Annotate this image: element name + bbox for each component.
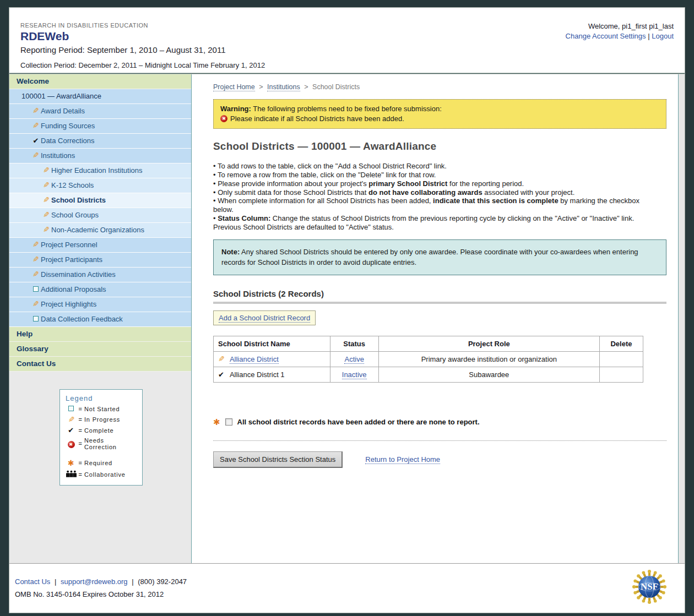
records-heading: School Districts (2 Records) <box>213 289 667 298</box>
sidebar-item-dissemination-activities[interactable]: ✎Dissemination Activities <box>9 268 191 282</box>
required-icon: ✱ <box>213 418 220 426</box>
instruction-item: Please provide information about your pr… <box>213 179 659 188</box>
breadcrumb-project-home[interactable]: Project Home <box>213 83 255 91</box>
col-delete: Delete <box>600 336 643 351</box>
sidebar-item-help[interactable]: Help <box>9 327 191 342</box>
pencil-icon: ✎ <box>31 104 41 118</box>
sidebar-item-project-personnel[interactable]: ✎Project Personnel <box>9 238 191 253</box>
sidebar-item-non-academic-organizations[interactable]: ✎Non-Academic Organizations <box>9 223 191 238</box>
note-label: Note: <box>221 248 240 256</box>
sidebar-item-contact-us[interactable]: Contact Us <box>9 357 191 372</box>
sidebar-item-higher-education-institutions[interactable]: ✎Higher Education Institutions <box>9 163 191 178</box>
legend-item-needs-correction: ✖ = Needs Correction <box>66 437 138 450</box>
status-link[interactable]: Active <box>344 355 364 364</box>
sidebar-item-welcome[interactable]: Welcome <box>9 74 191 89</box>
note-text: Any shared School Districts should be en… <box>221 248 638 267</box>
footer-email-link[interactable]: support@rdeweb.org <box>61 577 128 586</box>
all-records-added-checkbox[interactable] <box>225 418 232 426</box>
sidebar-item-award[interactable]: 100001 — AwardAlliance <box>9 89 191 104</box>
sidebar-item-k12-schools[interactable]: ✎K-12 Schools <box>9 178 191 193</box>
legend-item-in-progress: ✎ = In Progress <box>66 416 138 423</box>
sidebar-item-institutions[interactable]: ✎Institutions <box>9 149 191 163</box>
col-project-role: Project Role <box>378 336 599 351</box>
check-icon: ✔ <box>31 134 41 148</box>
district-name-text: Alliance District 1 <box>230 370 285 379</box>
welcome-user: Welcome, pi1_first pi1_last <box>566 22 674 30</box>
confirm-row: ✱ All school district records have been … <box>213 418 667 426</box>
page-title: School Districts — 100001 — AwardAllianc… <box>213 140 667 152</box>
instruction-item: To remove a row from the table, click on… <box>213 171 659 179</box>
pencil-icon: ✎ <box>31 253 41 267</box>
sidebar-item-funding-sources[interactable]: ✎Funding Sources <box>9 119 191 134</box>
sidebar-item-glossary[interactable]: Glossary <box>9 342 191 357</box>
instruction-item: Status Column: Change the status of Scho… <box>213 214 659 232</box>
omb-number: OMB No. 3145-0164 Expires October 31, 20… <box>15 590 187 598</box>
header: RESEARCH IN DISABILITIES EDUCATION RDEWe… <box>9 8 685 73</box>
collection-period: Collection Period: December 2, 2011 – Mi… <box>20 61 674 69</box>
return-to-project-home-link[interactable]: Return to Project Home <box>365 455 440 464</box>
warning-box: Warning: The following problems need to … <box>213 99 666 129</box>
right-rail <box>678 74 685 563</box>
pencil-icon: ✎ <box>41 223 51 237</box>
pencil-icon: ✎ <box>218 355 228 363</box>
sidebar-nav: Welcome 100001 — AwardAlliance ✎Award De… <box>9 74 192 563</box>
check-icon: ✔ <box>66 427 77 434</box>
status-link[interactable]: Inactive <box>342 370 367 379</box>
legend-item-complete: ✔ = Complete <box>66 427 138 434</box>
sidebar-item-award-details[interactable]: ✎Award Details <box>9 104 191 119</box>
instructions-list: To add rows to the table, click on the "… <box>213 162 659 232</box>
warning-error-message: Please indicate if all School Districts … <box>230 115 404 123</box>
sidebar-item-school-districts[interactable]: ✎School Districts <box>9 193 191 208</box>
sidebar-item-project-highlights[interactable]: ✎Project Highlights <box>9 297 191 312</box>
pencil-icon: ✎ <box>31 268 41 282</box>
svg-text:NSF: NSF <box>641 581 658 592</box>
add-record-button[interactable]: Add a School District Record <box>213 310 316 325</box>
legend-title: Legend <box>66 394 138 402</box>
pencil-icon: ✎ <box>41 178 51 193</box>
breadcrumb: Project Home > Institutions > School Dis… <box>213 83 667 91</box>
pencil-icon: ✎ <box>31 238 41 252</box>
people-icon <box>66 470 77 478</box>
project-role-cell: Primary awardee institution or organizat… <box>378 351 599 367</box>
col-status: Status <box>330 336 378 351</box>
page-frame: RESEARCH IN DISABILITIES EDUCATION RDEWe… <box>9 7 685 613</box>
check-icon: ✔ <box>218 370 228 379</box>
table-row: ✔ Alliance District 1 Inactive Subawarde… <box>214 367 643 382</box>
breadcrumb-current: School Districts <box>312 83 360 91</box>
square-icon <box>66 406 77 412</box>
error-icon: ✖ <box>66 439 77 448</box>
confirm-label: All school district records have been ad… <box>237 418 480 426</box>
footer-contact-us-link[interactable]: Contact Us <box>15 577 50 586</box>
legend-item-not-started: = Not Started <box>66 406 138 412</box>
legend-item-collaborative: = Collaborative <box>66 470 138 478</box>
sidebar-item-project-participants[interactable]: ✎Project Participants <box>9 253 191 268</box>
change-account-settings-link[interactable]: Change Account Settings <box>566 32 646 40</box>
footer: Contact Us | support@rdeweb.org | (800) … <box>9 563 685 613</box>
sidebar-item-additional-proposals[interactable]: Additional Proposals <box>9 282 191 297</box>
add-record-link[interactable]: Add a School District Record <box>219 314 310 323</box>
legend-item-required: ✱ = Required <box>66 459 138 467</box>
legend-box: Legend = Not Started ✎ = In Progress ✔ =… <box>59 389 143 486</box>
delete-cell <box>600 367 643 382</box>
warning-label: Warning: <box>220 105 251 113</box>
logout-link[interactable]: Logout <box>652 32 674 40</box>
sidebar-item-data-corrections[interactable]: ✔Data Corrections <box>9 134 191 149</box>
col-school-district-name: School District Name <box>214 336 330 351</box>
district-name-link[interactable]: Alliance District <box>230 355 279 364</box>
square-icon <box>31 282 41 297</box>
table-header-row: School District Name Status Project Role… <box>214 336 643 351</box>
sidebar-item-data-collection-feedback[interactable]: Data Collection Feedback <box>9 312 191 327</box>
delete-cell <box>600 351 643 367</box>
sidebar-item-school-groups[interactable]: ✎School Groups <box>9 208 191 223</box>
table-row: ✎ Alliance District Active Primary award… <box>214 351 643 367</box>
records-divider <box>213 302 666 304</box>
breadcrumb-institutions[interactable]: Institutions <box>267 83 300 91</box>
warning-text: The following problems need to be fixed … <box>251 105 442 113</box>
pencil-icon: ✎ <box>31 119 41 133</box>
note-box: Note: Any shared School Districts should… <box>213 239 666 275</box>
save-section-status-button[interactable]: Save School Districts Section Status <box>213 451 343 468</box>
pencil-icon: ✎ <box>31 297 41 312</box>
required-icon: ✱ <box>66 459 77 467</box>
pencil-icon: ✎ <box>41 193 51 208</box>
section-divider <box>213 440 666 441</box>
